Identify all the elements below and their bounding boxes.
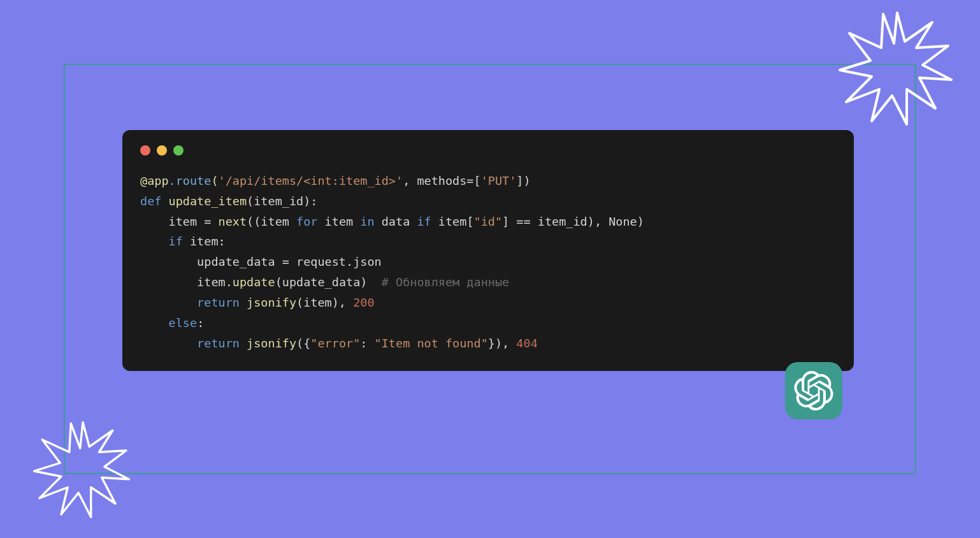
text: , methods=[: [403, 174, 481, 187]
minimize-icon: [157, 145, 167, 156]
text: ((item: [247, 215, 296, 228]
text: item:: [183, 235, 226, 248]
starburst-decoration-bottom-left: [29, 417, 137, 525]
space: [161, 194, 168, 208]
starburst-decoration-top-right: [833, 6, 961, 134]
indent: [140, 337, 197, 350]
indent: [140, 296, 197, 309]
text: (update_data): [275, 275, 382, 289]
function: jsonify: [247, 337, 296, 350]
string: "error": [310, 337, 360, 350]
string: 'PUT': [481, 174, 517, 187]
indent: [140, 235, 169, 248]
space: [240, 296, 247, 309]
keyword: else: [169, 316, 198, 330]
code-block: @app.route('/api/items/<int:item_id>', m…: [140, 171, 836, 353]
traffic-lights: [140, 145, 836, 156]
text: ]): [516, 174, 530, 187]
text: item[: [431, 215, 474, 228]
number: 200: [353, 296, 374, 309]
method: update: [233, 275, 275, 289]
code-window: @app.route('/api/items/<int:item_id>', m…: [122, 130, 854, 371]
function-name: update_item: [169, 194, 247, 208]
maximize-icon: [173, 145, 184, 156]
punct: (: [211, 174, 218, 187]
text: ({: [296, 337, 310, 350]
text: (item),: [296, 296, 353, 309]
string: "id": [474, 215, 503, 228]
params: (item_id):: [247, 194, 317, 208]
text: item.: [197, 275, 233, 289]
keyword: return: [197, 337, 240, 350]
method-name: .route: [169, 174, 212, 187]
text: update_data = request.json: [197, 255, 382, 268]
indent: [140, 215, 169, 228]
constant: None: [609, 215, 637, 228]
keyword: if: [417, 215, 431, 228]
string: '/api/items/<int:item_id>': [219, 174, 403, 187]
decorator: @app: [140, 174, 169, 187]
keyword: if: [169, 235, 183, 248]
text: item =: [169, 215, 219, 228]
indent: [140, 255, 197, 268]
keyword: return: [197, 296, 240, 309]
text: data: [375, 215, 417, 228]
openai-logo-badge: [785, 362, 842, 419]
openai-icon: [794, 371, 833, 411]
builtin: next: [219, 215, 247, 228]
text: }),: [488, 337, 517, 350]
text: item: [317, 215, 360, 228]
function: jsonify: [247, 296, 296, 309]
space: [240, 337, 247, 350]
string: "Item not found": [375, 337, 488, 350]
text: :: [360, 337, 374, 350]
number: 404: [516, 337, 537, 350]
text: :: [197, 316, 204, 330]
text: ): [637, 215, 644, 228]
keyword: def: [140, 194, 161, 208]
keyword: in: [360, 215, 374, 228]
close-icon: [140, 145, 150, 156]
comment: # Обновляем данные: [382, 275, 509, 289]
indent: [140, 275, 197, 289]
keyword: for: [296, 215, 317, 228]
indent: [140, 316, 169, 330]
text: ] == item_id),: [502, 215, 609, 228]
